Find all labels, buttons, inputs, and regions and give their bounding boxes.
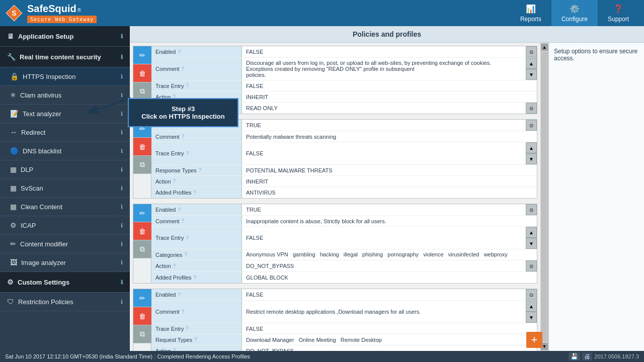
sidebar-item-restriction-policies[interactable]: 🛡 Restriction Policies ℹ [0, 293, 130, 311]
delete-btn-4[interactable]: 🗑 [133, 307, 151, 325]
sidebar-item-content-modifier[interactable]: ✏ Content modifier ℹ [0, 235, 130, 253]
inline-scroll-19: ▲ ▼ [526, 301, 537, 323]
q-icon: ? [186, 326, 189, 331]
scroll-down-2[interactable]: ▼ [526, 153, 537, 164]
info-icon-svscan: ℹ [121, 185, 123, 192]
field-value: Potentially malware threats scanning [242, 131, 526, 142]
main-scroll: ✏ 🗑 ⧉ Enabled? FALSE ⊙ [130, 43, 548, 351]
edit-btn-3[interactable]: ✏ [133, 204, 151, 222]
nav-item-support[interactable]: ❓ Support [598, 0, 639, 27]
info-icon-realtime: ℹ [121, 54, 123, 60]
step-tooltip: Step #3 Click on HTTPS Inspection [128, 98, 238, 127]
inline-scroll-3 [526, 80, 537, 91]
scroll-down-4[interactable]: ▼ [526, 312, 537, 323]
custom-settings-icon: ⚙ [7, 278, 14, 286]
field-row: Trace Entry? FALSE [151, 80, 537, 92]
sidebar-item-dns-blacklist[interactable]: 🔵 DNS blacklist ℹ [0, 142, 130, 160]
edit-btn-4[interactable]: ✏ [133, 289, 151, 307]
q-icon: ? [186, 151, 189, 156]
field-label: Categories? [151, 249, 242, 260]
field-row: Request Types? Download Manager Online M… [151, 334, 537, 345]
nav-item-configure[interactable]: ⚙️ Configure [551, 0, 598, 27]
field-label: Added Profiles? [151, 187, 242, 198]
scroll-up-1[interactable]: ▲ [526, 58, 537, 69]
scroll-down-1[interactable]: ▼ [526, 69, 537, 80]
field-label: Enabled? [151, 46, 242, 57]
version-text: 2017.0506.1827.3 [594, 353, 639, 359]
sidebar-label-image-analyzer: Image analyzer [21, 259, 66, 266]
info-icon-icap: ℹ [121, 222, 123, 229]
scroll-up-2[interactable]: ▲ [526, 142, 537, 153]
field-value: Download Manager Online Meeting Remote D… [242, 334, 526, 345]
policy-fields-2: Enabled? TRUE ⊙ Comment? Potentially mal… [151, 120, 537, 198]
q-icon: ? [182, 218, 185, 224]
delete-btn-1[interactable]: 🗑 [133, 64, 151, 82]
sidebar-item-application-setup[interactable]: 🖥 Application Setup ℹ [0, 26, 130, 47]
policies-scroll[interactable]: ✏ 🗑 ⧉ Enabled? FALSE ⊙ [130, 43, 540, 351]
inline-scroll-13 [526, 216, 537, 226]
field-row: Comment? Discourage all users from log i… [151, 58, 537, 80]
scroll-up-3[interactable]: ▲ [526, 227, 537, 238]
sidebar-item-clean-content[interactable]: ▦ Clean Content ℹ [0, 198, 130, 216]
field-label: Added Profiles? [151, 272, 242, 283]
delete-btn-3[interactable]: 🗑 [133, 222, 151, 240]
field-row: Comment? Inappropriate content is abuse,… [151, 216, 537, 227]
field-row: Enabled? FALSE ⊙ [151, 289, 537, 301]
inline-scroll-5: ⊙ [526, 103, 537, 114]
scroll-reset-3b[interactable]: ⊙ [526, 260, 537, 272]
sidebar-item-image-analyzer[interactable]: 🖼 Image analyzer ℹ [0, 253, 130, 272]
nav-item-reports[interactable]: 📊 Reports [510, 0, 551, 27]
save-icon-btn[interactable]: 💾 [569, 352, 580, 360]
header-nav: 📊 Reports ⚙️ Configure ❓ Support [510, 0, 639, 27]
field-row: Categories? Anonymous VPN gambling hacki… [151, 249, 537, 260]
field-label: Trace Entry? [151, 323, 242, 334]
copy-btn-3[interactable]: ⧉ [133, 240, 151, 258]
logo-icon: S [5, 4, 23, 22]
field-value: GLOBAL BLOCK [242, 272, 526, 283]
sidebar-label-dlp: DLP [21, 166, 33, 173]
sidebar-label-text-analyzer: Text analyzer [23, 110, 61, 118]
scroll-reset-p1[interactable]: ⊙ [526, 103, 537, 114]
scroll-down-3[interactable]: ▼ [526, 238, 537, 249]
info-icon-content-modifier: ℹ [121, 241, 123, 247]
sidebar-label-dns: DNS blacklist [23, 147, 61, 155]
field-value: Discourage all users from log in, post, … [242, 58, 526, 80]
info-icon-image-analyzer: ℹ [121, 259, 123, 266]
copy-btn-2[interactable]: ⧉ [133, 156, 151, 174]
scroll-reset-2a[interactable]: ⊙ [526, 120, 537, 131]
scroll-reset-1[interactable]: ⊙ [526, 46, 537, 57]
delete-btn-2[interactable]: 🗑 [133, 138, 151, 156]
sidebar-item-redirect[interactable]: ↔ Redirect ℹ [0, 123, 130, 142]
field-label: Comment? [151, 131, 242, 142]
scroll-reset-3a[interactable]: ⊙ [526, 204, 537, 215]
field-label: Trace Entry? [151, 227, 242, 249]
q-icon: ? [184, 252, 187, 257]
copy-btn-4[interactable]: ⧉ [133, 325, 151, 343]
content-title: Policies and profiles [130, 26, 644, 43]
sidebar-item-https-inspection[interactable]: 🔒 HTTPS Inspection ℹ [0, 67, 130, 86]
field-value: INHERIT [242, 92, 526, 102]
clam-icon: ✳ [10, 91, 16, 99]
sidebar-item-svscan[interactable]: ▦ SvScan ℹ [0, 179, 130, 198]
inline-scroll-2: ▲ ▼ [526, 58, 537, 80]
svg-line-2 [87, 98, 131, 113]
image-analyzer-icon: 🖼 [10, 258, 17, 266]
logo-area: S SafeSquid ® Secure Web Gateway [5, 3, 97, 23]
scroll-reset-4a[interactable]: ⊙ [526, 289, 537, 300]
inline-scroll-9 [526, 165, 537, 175]
add-policy-button[interactable]: + [526, 332, 542, 348]
sidebar-item-dlp[interactable]: ▦ DLP ℹ [0, 160, 130, 179]
sidebar-item-realtime-content[interactable]: 🔧 Real time content security ℹ [0, 47, 130, 67]
scroll-up-4[interactable]: ▲ [526, 301, 537, 312]
logo-subtitle: Secure Web Gateway [27, 16, 97, 23]
https-icon: 🔒 [10, 72, 19, 80]
scroll-top-btn[interactable]: ▲ [541, 44, 548, 51]
policy-card-2: ✏ 🗑 ⧉ Enabled? TRUE ⊙ [133, 119, 537, 199]
sidebar-item-icap[interactable]: ⚙ ICAP ℹ [0, 216, 130, 235]
field-row: Response Types? POTENTIAL MALWARE THREAT… [151, 165, 537, 176]
info-panel: Setup options to ensure secure access. [548, 43, 644, 351]
edit-btn-1[interactable]: ✏ [133, 46, 151, 64]
sidebar-item-custom-settings[interactable]: ⚙ Custom Settings ℹ [0, 272, 130, 293]
print-icon-btn[interactable]: 🖨 [582, 352, 592, 360]
sidebar-label-https: HTTPS Inspection [23, 73, 76, 80]
